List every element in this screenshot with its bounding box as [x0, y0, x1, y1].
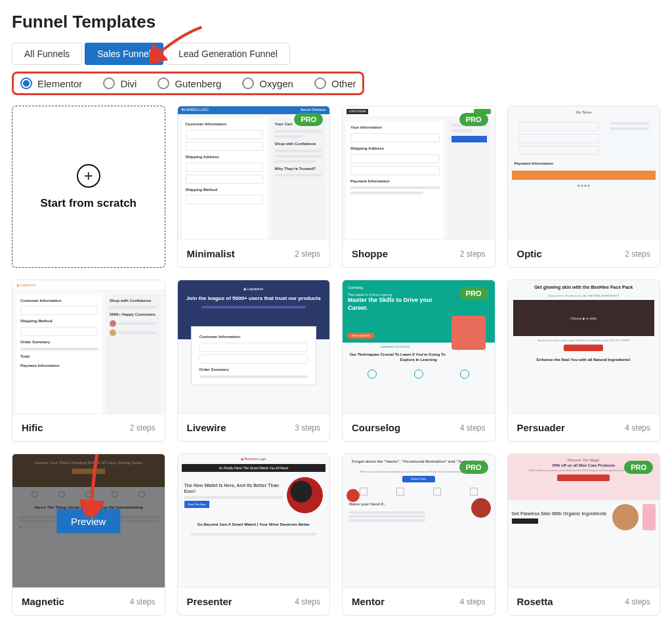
- tab-lead-generation-funnel[interactable]: Lead Generation Funnel: [166, 43, 290, 65]
- template-thumbnail: CourselogThe Leader in Online LearningMa…: [343, 280, 495, 413]
- radio-other[interactable]: Other: [314, 77, 356, 89]
- radio-oxygen[interactable]: Oxygen: [242, 77, 293, 89]
- plus-icon: +: [77, 164, 100, 188]
- template-name: Hific: [22, 422, 43, 433]
- start-from-scratch-card[interactable]: +Start from scratch: [12, 106, 165, 268]
- template-name: Shoppe: [352, 248, 388, 259]
- template-steps: 2 steps: [295, 249, 320, 259]
- preview-button[interactable]: Preview: [56, 509, 120, 533]
- template-card-mentor[interactable]: Forget about the "Hacks", "Occasional Mo…: [342, 454, 495, 616]
- template-name: Persuader: [517, 422, 565, 433]
- template-name: Mentor: [352, 596, 385, 607]
- template-name: Presenter: [187, 596, 232, 607]
- template-card-persuader[interactable]: Get glowing skin with the BeeHive Face P…: [507, 280, 661, 442]
- radio-label: Elementor: [37, 78, 82, 89]
- card-footer: Courselog4 steps: [343, 413, 495, 441]
- template-thumbnail: ◉ LogoipsumCustomer InformationShipping …: [12, 280, 165, 413]
- radio-gutenberg[interactable]: Gutenberg: [158, 77, 221, 89]
- template-steps: 4 steps: [130, 597, 156, 606]
- template-card-rosetta[interactable]: Discover The Magic20% off on all Skin Ca…: [507, 454, 661, 616]
- card-footer: Optic2 steps: [508, 240, 660, 267]
- radio-label: Gutenberg: [175, 78, 221, 89]
- pro-badge: PRO: [459, 287, 488, 300]
- template-thumbnail: Improve Your Child's Reading Skills in 3…: [12, 454, 165, 587]
- template-steps: 4 steps: [625, 423, 650, 433]
- radio-icon: [158, 77, 169, 89]
- radio-icon: [20, 77, 32, 89]
- builder-radio-group: ElementorDiviGutenbergOxygenOther: [12, 72, 364, 95]
- template-thumbnail: My StorePayment Information▣ ▣ ▣ ▣: [508, 106, 660, 240]
- template-steps: 4 steps: [460, 597, 486, 606]
- card-footer: Mentor4 steps: [343, 587, 495, 615]
- template-grid: +Start from scratchBUSINESS LOGOSecure C…: [12, 106, 660, 616]
- template-name: Rosetta: [517, 596, 553, 607]
- pro-badge: PRO: [624, 461, 653, 474]
- template-thumbnail: ◉ LogoipsumJoin the league of 5000+ user…: [178, 280, 330, 413]
- template-thumbnail: LOGO IPSUMYour InformationShipping Addre…: [343, 106, 495, 240]
- radio-icon: [242, 77, 254, 89]
- card-footer: Rosetta4 steps: [508, 587, 660, 615]
- funnel-type-tabs: All FunnelsSales FunnelLead Generation F…: [12, 43, 660, 65]
- template-card-optic[interactable]: My StorePayment Information▣ ▣ ▣ ▣Optic2…: [507, 106, 661, 268]
- template-thumbnail: ◉ Business LogoIt's Finally Here! The Sm…: [178, 454, 330, 587]
- template-name: Courselog: [352, 422, 400, 433]
- radio-label: Oxygen: [259, 78, 293, 89]
- card-footer: Minimalist2 steps: [178, 240, 330, 267]
- radio-elementor[interactable]: Elementor: [20, 77, 82, 89]
- radio-icon: [314, 77, 326, 89]
- template-steps: 4 steps: [625, 597, 650, 606]
- template-steps: 4 steps: [295, 597, 320, 606]
- template-steps: 2 steps: [130, 423, 156, 433]
- scratch-label: Start from scratch: [41, 197, 136, 210]
- card-footer: Livewire3 steps: [178, 413, 330, 441]
- template-thumbnail: BUSINESS LOGOSecure CheckoutCustomer Inf…: [178, 106, 330, 240]
- tab-all-funnels[interactable]: All Funnels: [12, 43, 82, 65]
- page-title: Funnel Templates: [12, 12, 660, 32]
- tab-sales-funnel[interactable]: Sales Funnel: [85, 43, 163, 65]
- template-card-magnetic[interactable]: Improve Your Child's Reading Skills in 3…: [12, 454, 165, 616]
- card-footer: Presenter4 steps: [178, 587, 330, 615]
- radio-label: Divi: [120, 78, 136, 89]
- pro-badge: PRO: [459, 461, 488, 474]
- card-footer: Shoppe2 steps: [343, 240, 495, 267]
- radio-icon: [103, 77, 115, 89]
- card-footer: Hific2 steps: [12, 413, 165, 441]
- card-footer: Magnetic4 steps: [12, 587, 165, 615]
- template-card-shoppe[interactable]: LOGO IPSUMYour InformationShipping Addre…: [342, 106, 495, 268]
- template-thumbnail: Get glowing skin with the BeeHive Face P…: [508, 280, 660, 413]
- template-steps: 4 steps: [460, 423, 486, 433]
- template-steps: 2 steps: [460, 249, 486, 259]
- template-name: Livewire: [187, 422, 226, 433]
- template-steps: 3 steps: [295, 423, 320, 433]
- template-card-livewire[interactable]: ◉ LogoipsumJoin the league of 5000+ user…: [177, 280, 331, 442]
- template-name: Optic: [517, 248, 542, 259]
- template-name: Magnetic: [22, 596, 64, 607]
- template-steps: 2 steps: [625, 249, 650, 259]
- template-card-minimalist[interactable]: BUSINESS LOGOSecure CheckoutCustomer Inf…: [177, 106, 331, 268]
- template-card-presenter[interactable]: ◉ Business LogoIt's Finally Here! The Sm…: [177, 454, 331, 616]
- template-name: Minimalist: [187, 248, 235, 259]
- pro-badge: PRO: [294, 113, 323, 126]
- template-card-courselog[interactable]: CourselogThe Leader in Online LearningMa…: [342, 280, 495, 442]
- template-thumbnail: Forget about the "Hacks", "Occasional Mo…: [343, 454, 495, 587]
- pro-badge: PRO: [459, 113, 488, 126]
- template-card-hific[interactable]: ◉ LogoipsumCustomer InformationShipping …: [12, 280, 165, 442]
- card-footer: Persuader4 steps: [508, 413, 660, 441]
- radio-divi[interactable]: Divi: [103, 77, 136, 89]
- template-thumbnail: Discover The Magic20% off on all Skin Ca…: [508, 454, 660, 587]
- radio-label: Other: [331, 78, 356, 89]
